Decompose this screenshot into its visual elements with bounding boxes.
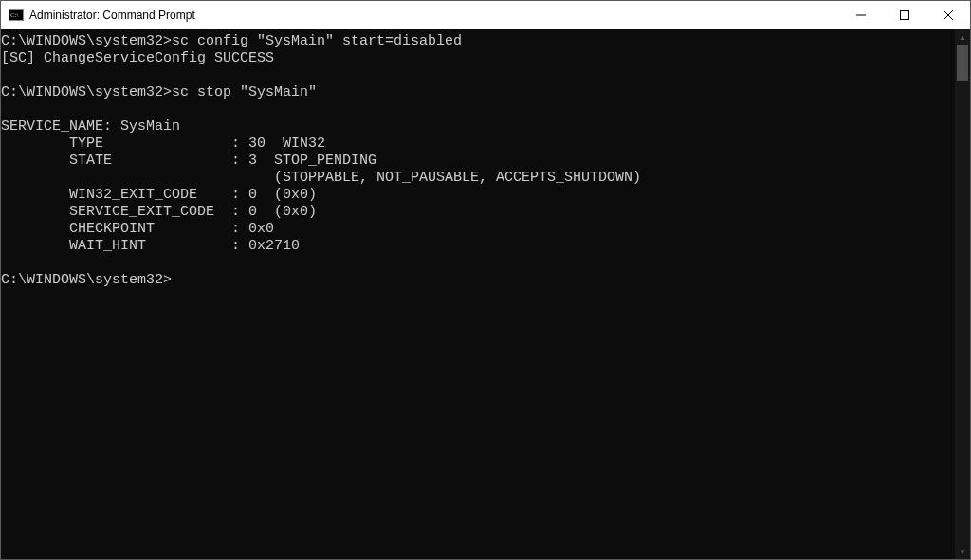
output-line: WIN32_EXIT_CODE : 0 (0x0) [1,187,317,203]
vertical-scrollbar[interactable]: ▲ ▼ [955,29,970,559]
cmd-icon: C:\ [9,8,24,23]
prompt: C:\WINDOWS\system32> [1,272,172,288]
prompt: C:\WINDOWS\system32> [1,84,172,100]
minimize-icon [856,10,866,20]
scrollbar-thumb[interactable] [957,45,968,81]
close-button[interactable] [926,1,970,29]
maximize-button[interactable] [883,1,926,29]
window-controls [839,1,970,29]
prompt: C:\WINDOWS\system32> [1,33,172,49]
output-line: SERVICE_EXIT_CODE : 0 (0x0) [1,204,317,220]
titlebar[interactable]: C:\ Administrator: Command Prompt [1,1,970,29]
command-text: sc config "SysMain" start=disabled [172,33,462,49]
output-line: TYPE : 30 WIN32 [1,135,325,152]
console-output[interactable]: C:\WINDOWS\system32>sc config "SysMain" … [1,29,955,559]
window-title: Administrator: Command Prompt [29,9,839,22]
output-line: WAIT_HINT : 0x2710 [1,238,300,254]
output-line: (STOPPABLE, NOT_PAUSABLE, ACCEPTS_SHUTDO… [1,170,641,186]
scroll-down-arrow-icon[interactable]: ▼ [955,544,970,559]
output-line: SERVICE_NAME: SysMain [1,118,180,135]
output-line: STATE : 3 STOP_PENDING [1,153,376,169]
console-area: C:\WINDOWS\system32>sc config "SysMain" … [1,29,970,559]
svg-rect-3 [901,11,909,20]
maximize-icon [900,10,909,20]
close-icon [944,10,953,20]
output-line: [SC] ChangeServiceConfig SUCCESS [1,50,274,66]
svg-text:C:\: C:\ [10,11,19,19]
cmd-window: C:\ Administrator: Command Prompt [0,0,971,560]
output-line: CHECKPOINT : 0x0 [1,221,274,237]
command-text: sc stop "SysMain" [172,84,317,100]
minimize-button[interactable] [839,1,883,29]
scroll-up-arrow-icon[interactable]: ▲ [955,29,970,45]
